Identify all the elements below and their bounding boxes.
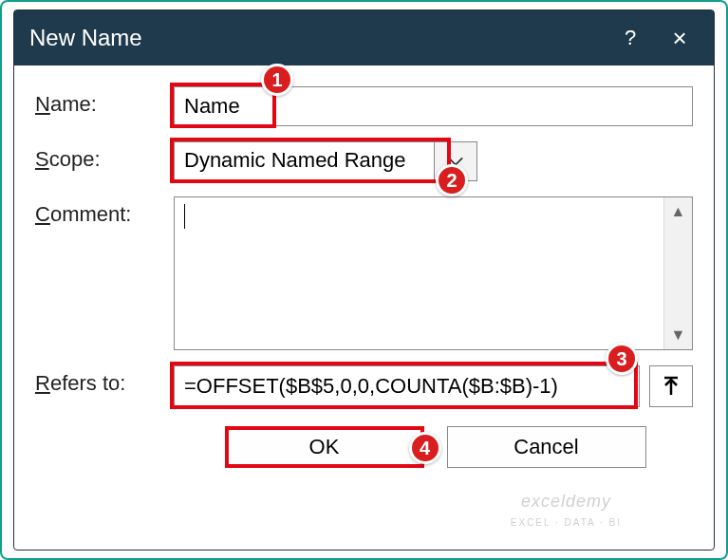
dialog-buttons: OK 4 Cancel <box>35 422 693 468</box>
comment-row: Comment: ▲ ▼ <box>35 196 693 350</box>
annotation-badge-3: 3 <box>606 343 638 375</box>
annotation-badge-4: 4 <box>409 432 441 464</box>
help-icon: ? <box>625 26 636 50</box>
comment-text-content <box>175 197 663 349</box>
refers-to-label: Refers to: <box>35 365 160 396</box>
collapse-icon <box>662 376 681 397</box>
ok-button[interactable]: OK <box>225 426 424 468</box>
refers-to-input[interactable] <box>174 365 640 407</box>
comment-scrollbar[interactable]: ▲ ▼ <box>663 197 692 349</box>
dialog-body: Name: 1 Scope: Dynamic Named Range 2 <box>14 65 714 550</box>
comment-label: Comment: <box>35 196 160 227</box>
name-field-wrap: 1 <box>174 86 693 126</box>
dialog-title: New Name <box>29 25 600 51</box>
scope-label: Scope: <box>35 141 160 172</box>
collapse-dialog-button[interactable] <box>649 365 693 407</box>
refers-to-row: Refers to: 3 <box>35 365 693 407</box>
help-button[interactable]: ? <box>611 19 649 57</box>
scroll-down-icon[interactable]: ▼ <box>664 321 692 349</box>
ok-button-wrap: OK 4 <box>225 426 424 468</box>
name-label: Name: <box>35 86 160 117</box>
cancel-button[interactable]: Cancel <box>447 426 646 468</box>
refers-to-field-wrap: 3 <box>174 365 693 407</box>
scope-select[interactable]: Dynamic Named Range <box>174 141 477 181</box>
ok-button-label: OK <box>309 435 340 459</box>
annotation-badge-2: 2 <box>436 164 468 196</box>
text-cursor <box>184 204 185 229</box>
name-input[interactable] <box>174 86 693 126</box>
titlebar: New Name ? × <box>14 10 714 65</box>
cancel-button-label: Cancel <box>513 435 578 459</box>
new-name-dialog: New Name ? × Name: 1 Scope: Dynamic Name… <box>13 9 715 551</box>
comment-field-wrap: ▲ ▼ <box>174 196 693 350</box>
annotation-badge-1: 1 <box>261 64 293 96</box>
scope-selected-text: Dynamic Named Range <box>174 141 434 181</box>
close-button[interactable]: × <box>661 19 699 57</box>
comment-textarea[interactable]: ▲ ▼ <box>174 196 693 350</box>
close-icon: × <box>672 24 686 53</box>
scroll-up-icon[interactable]: ▲ <box>664 197 692 226</box>
name-row: Name: 1 <box>35 86 693 126</box>
scope-row: Scope: Dynamic Named Range 2 <box>35 141 693 181</box>
scope-field-wrap: Dynamic Named Range 2 <box>174 141 693 181</box>
